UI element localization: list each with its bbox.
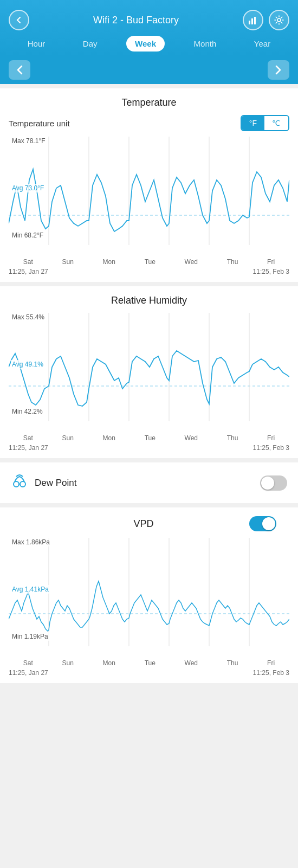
temp-date-start: 11:25, Jan 27 — [9, 268, 48, 275]
svg-rect-3 — [257, 16, 257, 16]
vpd-chart-wrap: Max 1.86kPa Avg 1.41kPa Min 1.19kPa — [0, 538, 298, 657]
header: Wifi 2 - Bud Factory Hour Day Week — [0, 0, 298, 56]
humidity-day-5: Thu — [227, 434, 238, 442]
temp-day-5: Thu — [227, 258, 238, 266]
dew-point-toggle-knob — [261, 477, 274, 490]
vpd-day-6: Fri — [267, 659, 275, 667]
vpd-date-range: 11:25, Jan 27 11:25, Feb 3 — [0, 667, 298, 679]
svg-point-20 — [20, 481, 25, 487]
temp-unit-label: Temperature unit — [9, 119, 70, 128]
header-top: Wifi 2 - Bud Factory — [9, 5, 289, 36]
settings-icon-button[interactable] — [269, 10, 289, 30]
humidity-day-3: Tue — [145, 434, 156, 442]
temp-day-3: Tue — [145, 258, 156, 266]
period-tabs: Hour Day Week Month Year — [9, 36, 289, 56]
temp-day-4: Wed — [185, 258, 198, 266]
humidity-day-6: Fri — [267, 434, 275, 442]
unit-celsius-button[interactable]: ℃ — [264, 116, 288, 130]
humidity-day-0: Sat — [23, 434, 33, 442]
temperature-date-range: 11:25, Jan 27 11:25, Feb 3 — [0, 266, 298, 278]
svg-rect-1 — [251, 18, 253, 24]
temp-day-2: Mon — [103, 258, 115, 266]
humidity-date-start: 11:25, Jan 27 — [9, 444, 48, 452]
vpd-day-3: Tue — [145, 659, 156, 667]
temperature-chart — [9, 137, 289, 256]
back-button[interactable] — [9, 10, 29, 30]
vpd-title: VPD — [99, 518, 187, 530]
temp-day-0: Sat — [23, 258, 33, 266]
humidity-date-end: 11:25, Feb 3 — [253, 444, 289, 452]
vpd-date-start: 11:25, Jan 27 — [9, 669, 48, 677]
chart-icon-button[interactable] — [243, 10, 263, 30]
vpd-date-end: 11:25, Feb 3 — [253, 669, 289, 677]
temperature-section: Temperature Temperature unit °F ℃ Max 78… — [0, 88, 298, 282]
vpd-section: VPD Max 1.86kPa Avg 1.41kPa Min 1.19kPa — [0, 507, 298, 683]
temp-unit-row: Temperature unit °F ℃ — [0, 115, 298, 137]
temp-day-1: Sun — [62, 258, 74, 266]
vpd-chart — [9, 538, 289, 657]
next-button[interactable] — [268, 60, 289, 80]
nav-row — [0, 56, 298, 84]
humidity-date-range: 11:25, Jan 27 11:25, Feb 3 — [0, 442, 298, 454]
humidity-title: Relative Humidity — [0, 295, 298, 306]
tab-week[interactable]: Week — [126, 36, 165, 52]
vpd-header: VPD — [0, 516, 298, 538]
dew-point-toggle[interactable] — [260, 475, 287, 491]
humidity-chart — [9, 313, 289, 432]
page-title: Wifi 2 - Bud Factory — [93, 15, 179, 26]
vpd-toggle[interactable] — [249, 516, 276, 531]
humidity-day-labels: Sat Sun Mon Tue Wed Thu Fri — [0, 432, 298, 442]
vpd-toggle-knob — [262, 517, 275, 530]
vpd-day-labels: Sat Sun Mon Tue Wed Thu Fri — [0, 657, 298, 667]
temp-date-end: 11:25, Feb 3 — [253, 268, 289, 275]
dew-point-section: Dew Point — [0, 462, 298, 503]
svg-point-4 — [277, 18, 281, 22]
humidity-day-1: Sun — [62, 434, 74, 442]
tab-day[interactable]: Day — [74, 36, 106, 52]
vpd-day-1: Sun — [62, 659, 74, 667]
dew-point-label: Dew Point — [35, 478, 76, 488]
tab-month[interactable]: Month — [185, 36, 225, 52]
dew-point-left: Dew Point — [11, 472, 76, 493]
svg-point-19 — [14, 481, 19, 487]
vpd-day-0: Sat — [23, 659, 33, 667]
temperature-day-labels: Sat Sun Mon Tue Wed Thu Fri — [0, 256, 298, 266]
humidity-day-4: Wed — [185, 434, 198, 442]
temperature-title: Temperature — [0, 97, 298, 108]
svg-rect-0 — [249, 21, 250, 24]
vpd-day-5: Thu — [227, 659, 238, 667]
tab-year[interactable]: Year — [245, 36, 279, 52]
vpd-day-4: Wed — [185, 659, 198, 667]
temperature-chart-wrap: Max 78.1°F Avg 73.0°F Min 68.2°F — [0, 137, 298, 256]
humidity-chart-wrap: Max 55.4% Avg 49.1% Min 42.2% — [0, 313, 298, 432]
prev-button[interactable] — [9, 60, 30, 80]
dew-point-icon — [11, 472, 28, 493]
svg-rect-2 — [254, 17, 256, 24]
unit-fahrenheit-button[interactable]: °F — [242, 116, 264, 130]
temp-day-6: Fri — [267, 258, 275, 266]
header-icons — [243, 10, 289, 30]
vpd-day-2: Mon — [103, 659, 115, 667]
humidity-day-2: Mon — [103, 434, 115, 442]
tab-hour[interactable]: Hour — [19, 36, 54, 52]
unit-toggle[interactable]: °F ℃ — [241, 115, 289, 131]
humidity-section: Relative Humidity Max 55.4% Avg 49.1% Mi… — [0, 286, 298, 458]
